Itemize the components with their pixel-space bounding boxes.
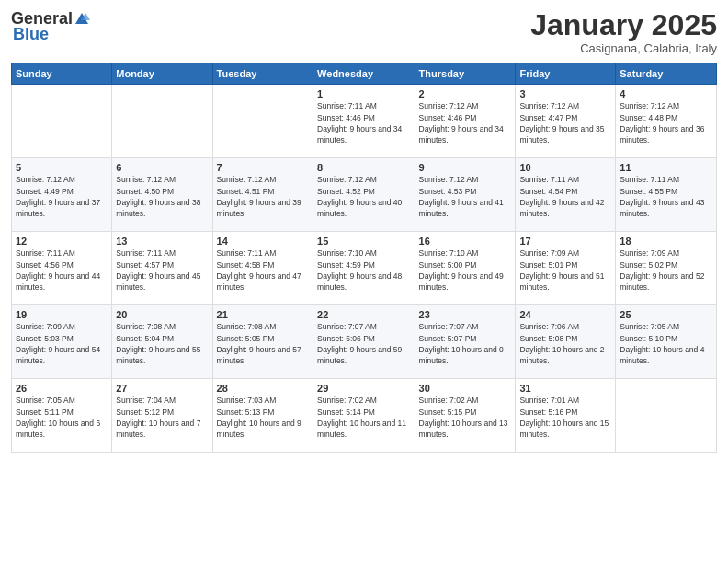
day-info: Sunrise: 7:03 AM Sunset: 5:13 PM Dayligh… xyxy=(217,395,309,440)
calendar-cell: 22Sunrise: 7:07 AM Sunset: 5:06 PM Dayli… xyxy=(313,305,415,379)
day-number: 8 xyxy=(317,162,410,173)
calendar-cell: 21Sunrise: 7:08 AM Sunset: 5:05 PM Dayli… xyxy=(212,305,313,379)
day-info: Sunrise: 7:11 AM Sunset: 4:56 PM Dayligh… xyxy=(16,247,108,293)
title-area: January 2025 Casignana, Calabria, Italy xyxy=(530,9,717,55)
day-number: 26 xyxy=(16,383,108,394)
weekday-header-saturday: Saturday xyxy=(616,63,717,85)
calendar-table: SundayMondayTuesdayWednesdayThursdayFrid… xyxy=(11,63,717,453)
logo: General Blue xyxy=(11,9,91,44)
day-info: Sunrise: 7:07 AM Sunset: 5:07 PM Dayligh… xyxy=(419,321,512,366)
day-number: 11 xyxy=(620,162,712,173)
day-info: Sunrise: 7:12 AM Sunset: 4:46 PM Dayligh… xyxy=(419,100,512,145)
page: General Blue January 2025 Casignana, Cal… xyxy=(0,0,728,563)
calendar-cell: 13Sunrise: 7:11 AM Sunset: 4:57 PM Dayli… xyxy=(112,232,212,305)
calendar-cell: 23Sunrise: 7:07 AM Sunset: 5:07 PM Dayli… xyxy=(415,305,516,379)
logo-blue: Blue xyxy=(13,25,49,44)
day-number: 14 xyxy=(217,236,309,247)
day-number: 29 xyxy=(317,383,410,394)
weekday-header-monday: Monday xyxy=(112,63,212,85)
calendar-cell xyxy=(112,85,212,158)
day-info: Sunrise: 7:10 AM Sunset: 4:59 PM Dayligh… xyxy=(317,247,410,293)
calendar-cell xyxy=(212,85,313,158)
calendar-cell: 25Sunrise: 7:05 AM Sunset: 5:10 PM Dayli… xyxy=(616,305,717,379)
day-info: Sunrise: 7:04 AM Sunset: 5:12 PM Dayligh… xyxy=(116,395,208,440)
calendar-cell: 17Sunrise: 7:09 AM Sunset: 5:01 PM Dayli… xyxy=(516,232,616,305)
day-number: 2 xyxy=(419,88,512,99)
day-number: 15 xyxy=(317,236,410,247)
day-info: Sunrise: 7:09 AM Sunset: 5:01 PM Dayligh… xyxy=(519,247,611,293)
calendar-cell: 26Sunrise: 7:05 AM Sunset: 5:11 PM Dayli… xyxy=(12,379,112,453)
day-info: Sunrise: 7:12 AM Sunset: 4:47 PM Dayligh… xyxy=(519,100,611,145)
calendar-cell: 9Sunrise: 7:12 AM Sunset: 4:53 PM Daylig… xyxy=(415,158,516,232)
calendar-cell: 3Sunrise: 7:12 AM Sunset: 4:47 PM Daylig… xyxy=(516,85,616,158)
day-number: 28 xyxy=(217,383,309,394)
day-info: Sunrise: 7:11 AM Sunset: 4:54 PM Dayligh… xyxy=(519,174,611,219)
calendar-cell: 19Sunrise: 7:09 AM Sunset: 5:03 PM Dayli… xyxy=(12,305,112,379)
day-number: 17 xyxy=(519,236,611,247)
day-number: 30 xyxy=(419,383,512,394)
calendar-cell: 16Sunrise: 7:10 AM Sunset: 5:00 PM Dayli… xyxy=(415,232,516,305)
day-number: 4 xyxy=(620,88,712,99)
calendar-cell: 12Sunrise: 7:11 AM Sunset: 4:56 PM Dayli… xyxy=(12,232,112,305)
day-number: 24 xyxy=(519,309,611,320)
day-info: Sunrise: 7:12 AM Sunset: 4:49 PM Dayligh… xyxy=(16,174,108,219)
calendar-cell: 30Sunrise: 7:02 AM Sunset: 5:15 PM Dayli… xyxy=(415,379,516,453)
day-info: Sunrise: 7:12 AM Sunset: 4:52 PM Dayligh… xyxy=(317,174,410,219)
calendar-cell: 18Sunrise: 7:09 AM Sunset: 5:02 PM Dayli… xyxy=(616,232,717,305)
day-number: 19 xyxy=(16,309,108,320)
calendar-cell: 11Sunrise: 7:11 AM Sunset: 4:55 PM Dayli… xyxy=(616,158,717,232)
day-number: 3 xyxy=(519,88,611,99)
calendar-cell: 5Sunrise: 7:12 AM Sunset: 4:49 PM Daylig… xyxy=(12,158,112,232)
weekday-header-friday: Friday xyxy=(516,63,616,85)
day-info: Sunrise: 7:08 AM Sunset: 5:05 PM Dayligh… xyxy=(217,321,309,366)
day-number: 20 xyxy=(116,309,208,320)
day-info: Sunrise: 7:11 AM Sunset: 4:57 PM Dayligh… xyxy=(116,247,208,293)
day-number: 22 xyxy=(317,309,410,320)
day-number: 9 xyxy=(419,162,512,173)
day-info: Sunrise: 7:11 AM Sunset: 4:58 PM Dayligh… xyxy=(217,247,309,293)
day-info: Sunrise: 7:09 AM Sunset: 5:02 PM Dayligh… xyxy=(620,247,712,293)
calendar-cell: 14Sunrise: 7:11 AM Sunset: 4:58 PM Dayli… xyxy=(212,232,313,305)
day-number: 5 xyxy=(16,162,108,173)
day-number: 7 xyxy=(217,162,309,173)
day-info: Sunrise: 7:07 AM Sunset: 5:06 PM Dayligh… xyxy=(317,321,410,366)
weekday-header-wednesday: Wednesday xyxy=(313,63,415,85)
day-number: 13 xyxy=(116,236,208,247)
weekday-header-sunday: Sunday xyxy=(12,63,112,85)
calendar-cell: 28Sunrise: 7:03 AM Sunset: 5:13 PM Dayli… xyxy=(212,379,313,453)
calendar-cell: 15Sunrise: 7:10 AM Sunset: 4:59 PM Dayli… xyxy=(313,232,415,305)
day-number: 27 xyxy=(116,383,208,394)
calendar-cell: 20Sunrise: 7:08 AM Sunset: 5:04 PM Dayli… xyxy=(112,305,212,379)
day-number: 25 xyxy=(620,309,712,320)
calendar-cell xyxy=(616,379,717,453)
day-number: 6 xyxy=(116,162,208,173)
calendar-cell: 4Sunrise: 7:12 AM Sunset: 4:48 PM Daylig… xyxy=(616,85,717,158)
calendar-cell xyxy=(12,85,112,158)
calendar-cell: 8Sunrise: 7:12 AM Sunset: 4:52 PM Daylig… xyxy=(313,158,415,232)
day-info: Sunrise: 7:12 AM Sunset: 4:48 PM Dayligh… xyxy=(620,100,712,145)
day-number: 18 xyxy=(620,236,712,247)
subtitle: Casignana, Calabria, Italy xyxy=(530,41,717,55)
day-number: 31 xyxy=(519,383,611,394)
day-info: Sunrise: 7:01 AM Sunset: 5:16 PM Dayligh… xyxy=(519,395,611,440)
weekday-header-tuesday: Tuesday xyxy=(212,63,313,85)
day-info: Sunrise: 7:09 AM Sunset: 5:03 PM Dayligh… xyxy=(16,321,108,366)
calendar-cell: 29Sunrise: 7:02 AM Sunset: 5:14 PM Dayli… xyxy=(313,379,415,453)
day-number: 1 xyxy=(317,88,410,99)
calendar-cell: 2Sunrise: 7:12 AM Sunset: 4:46 PM Daylig… xyxy=(415,85,516,158)
day-number: 12 xyxy=(16,236,108,247)
month-title: January 2025 xyxy=(530,9,717,41)
day-info: Sunrise: 7:11 AM Sunset: 4:55 PM Dayligh… xyxy=(620,174,712,219)
calendar-cell: 1Sunrise: 7:11 AM Sunset: 4:46 PM Daylig… xyxy=(313,85,415,158)
day-info: Sunrise: 7:12 AM Sunset: 4:51 PM Dayligh… xyxy=(217,174,309,219)
day-number: 10 xyxy=(519,162,611,173)
day-number: 16 xyxy=(419,236,512,247)
calendar-cell: 7Sunrise: 7:12 AM Sunset: 4:51 PM Daylig… xyxy=(212,158,313,232)
calendar-cell: 27Sunrise: 7:04 AM Sunset: 5:12 PM Dayli… xyxy=(112,379,212,453)
calendar-cell: 31Sunrise: 7:01 AM Sunset: 5:16 PM Dayli… xyxy=(516,379,616,453)
calendar-cell: 10Sunrise: 7:11 AM Sunset: 4:54 PM Dayli… xyxy=(516,158,616,232)
logo-icon xyxy=(74,11,90,28)
calendar-cell: 6Sunrise: 7:12 AM Sunset: 4:50 PM Daylig… xyxy=(112,158,212,232)
day-info: Sunrise: 7:12 AM Sunset: 4:53 PM Dayligh… xyxy=(419,174,512,219)
day-info: Sunrise: 7:10 AM Sunset: 5:00 PM Dayligh… xyxy=(419,247,512,293)
